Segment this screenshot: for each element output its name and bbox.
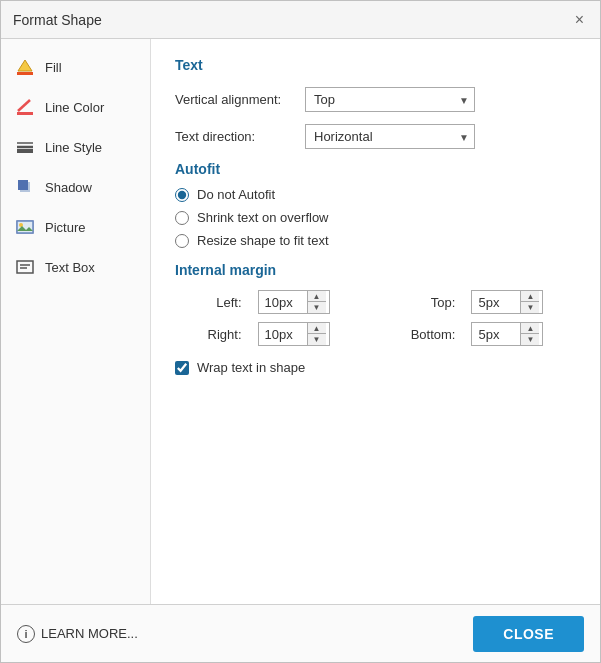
picture-icon bbox=[15, 217, 35, 237]
bottom-margin-down-btn[interactable]: ▼ bbox=[521, 334, 539, 345]
wrap-text-checkbox[interactable] bbox=[175, 361, 189, 375]
text-box-icon bbox=[15, 257, 35, 277]
top-margin-spinner: ▲ ▼ bbox=[471, 290, 543, 314]
wrap-text-row: Wrap text in shape bbox=[175, 360, 576, 375]
bottom-margin-label: Bottom: bbox=[378, 327, 455, 342]
no-autofit-label[interactable]: Do not Autofit bbox=[197, 187, 275, 202]
resize-shape-label[interactable]: Resize shape to fit text bbox=[197, 233, 329, 248]
sidebar-item-text-box[interactable]: Text Box bbox=[1, 247, 150, 287]
right-margin-input[interactable] bbox=[259, 324, 307, 345]
learn-more-label: LEARN MORE... bbox=[41, 626, 138, 641]
sidebar-item-text-box-label: Text Box bbox=[45, 260, 95, 275]
svg-point-10 bbox=[19, 223, 23, 227]
fill-icon bbox=[15, 57, 35, 77]
right-margin-label: Right: bbox=[175, 327, 242, 342]
left-margin-spinner-buttons: ▲ ▼ bbox=[307, 291, 326, 313]
text-direction-row: Text direction: Horizontal Rotate all te… bbox=[175, 124, 576, 149]
sidebar-item-fill[interactable]: Fill bbox=[1, 47, 150, 87]
sidebar-item-picture[interactable]: Picture bbox=[1, 207, 150, 247]
sidebar-item-line-style[interactable]: Line Style bbox=[1, 127, 150, 167]
shadow-icon bbox=[15, 177, 35, 197]
right-margin-spinner: ▲ ▼ bbox=[258, 322, 330, 346]
autofit-title: Autofit bbox=[175, 161, 576, 177]
text-direction-label: Text direction: bbox=[175, 129, 305, 144]
internal-margin-title: Internal margin bbox=[175, 262, 576, 278]
main-content: Text Vertical alignment: Top Middle Bott… bbox=[151, 39, 600, 604]
sidebar-item-shadow[interactable]: Shadow bbox=[1, 167, 150, 207]
vertical-alignment-dropdown-wrapper: Top Middle Bottom ▼ bbox=[305, 87, 475, 112]
top-margin-down-btn[interactable]: ▼ bbox=[521, 302, 539, 313]
sidebar: Fill Line Color bbox=[1, 39, 151, 604]
vertical-alignment-select[interactable]: Top Middle Bottom bbox=[305, 87, 475, 112]
top-margin-up-btn[interactable]: ▲ bbox=[521, 291, 539, 302]
bottom-margin-input[interactable] bbox=[472, 324, 520, 345]
svg-rect-0 bbox=[17, 72, 33, 75]
line-color-icon bbox=[15, 97, 35, 117]
sidebar-item-line-style-label: Line Style bbox=[45, 140, 102, 155]
right-margin-spinner-buttons: ▲ ▼ bbox=[307, 323, 326, 345]
close-button[interactable]: CLOSE bbox=[473, 616, 584, 652]
right-margin-down-btn[interactable]: ▼ bbox=[308, 334, 326, 345]
close-x-button[interactable]: × bbox=[571, 10, 588, 30]
format-shape-dialog: Format Shape × Fill bbox=[0, 0, 601, 663]
left-margin-up-btn[interactable]: ▲ bbox=[308, 291, 326, 302]
bottom-margin-up-btn[interactable]: ▲ bbox=[521, 323, 539, 334]
vertical-alignment-label: Vertical alignment: bbox=[175, 92, 305, 107]
sidebar-item-fill-label: Fill bbox=[45, 60, 62, 75]
shrink-text-radio[interactable] bbox=[175, 211, 189, 225]
radio-no-autofit: Do not Autofit bbox=[175, 187, 576, 202]
svg-line-1 bbox=[18, 100, 30, 111]
bottom-margin-spinner: ▲ ▼ bbox=[471, 322, 543, 346]
autofit-section: Autofit Do not Autofit Shrink text on ov… bbox=[175, 161, 576, 248]
text-section-title: Text bbox=[175, 57, 576, 73]
left-margin-spinner: ▲ ▼ bbox=[258, 290, 330, 314]
top-margin-label: Top: bbox=[378, 295, 455, 310]
left-margin-down-btn[interactable]: ▼ bbox=[308, 302, 326, 313]
svg-rect-7 bbox=[18, 180, 28, 190]
sidebar-item-picture-label: Picture bbox=[45, 220, 85, 235]
dialog-footer: i LEARN MORE... CLOSE bbox=[1, 604, 600, 662]
top-margin-input[interactable] bbox=[472, 292, 520, 313]
radio-resize-shape: Resize shape to fit text bbox=[175, 233, 576, 248]
bottom-margin-spinner-buttons: ▲ ▼ bbox=[520, 323, 539, 345]
resize-shape-radio[interactable] bbox=[175, 234, 189, 248]
dialog-title: Format Shape bbox=[13, 12, 102, 28]
no-autofit-radio[interactable] bbox=[175, 188, 189, 202]
sidebar-item-line-color-label: Line Color bbox=[45, 100, 104, 115]
dialog-body: Fill Line Color bbox=[1, 39, 600, 604]
text-direction-select[interactable]: Horizontal Rotate all text 90° Rotate al… bbox=[305, 124, 475, 149]
text-direction-dropdown-wrapper: Horizontal Rotate all text 90° Rotate al… bbox=[305, 124, 475, 149]
info-icon: i bbox=[17, 625, 35, 643]
svg-rect-9 bbox=[17, 221, 33, 233]
shrink-text-label[interactable]: Shrink text on overflow bbox=[197, 210, 329, 225]
line-style-icon bbox=[15, 137, 35, 157]
right-margin-up-btn[interactable]: ▲ bbox=[308, 323, 326, 334]
wrap-text-label[interactable]: Wrap text in shape bbox=[197, 360, 305, 375]
top-margin-spinner-buttons: ▲ ▼ bbox=[520, 291, 539, 313]
vertical-alignment-row: Vertical alignment: Top Middle Bottom ▼ bbox=[175, 87, 576, 112]
svg-rect-11 bbox=[17, 261, 33, 273]
left-margin-input[interactable] bbox=[259, 292, 307, 313]
sidebar-item-line-color[interactable]: Line Color bbox=[1, 87, 150, 127]
radio-shrink-text: Shrink text on overflow bbox=[175, 210, 576, 225]
svg-rect-2 bbox=[17, 112, 33, 115]
sidebar-item-shadow-label: Shadow bbox=[45, 180, 92, 195]
left-margin-label: Left: bbox=[175, 295, 242, 310]
margin-grid: Left: ▲ ▼ Top: ▲ ▼ bbox=[175, 290, 576, 346]
titlebar: Format Shape × bbox=[1, 1, 600, 39]
learn-more-link[interactable]: i LEARN MORE... bbox=[17, 625, 138, 643]
